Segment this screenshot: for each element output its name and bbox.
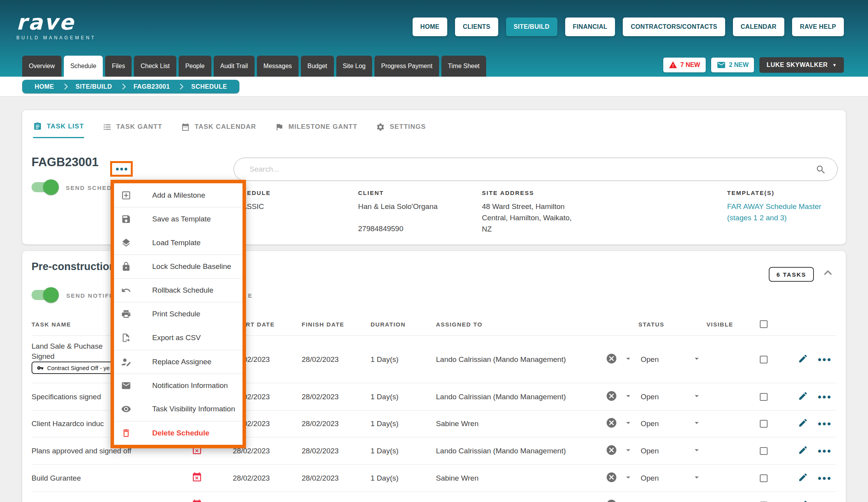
- more-horizontal-icon: [116, 168, 119, 170]
- nav-rave-help-button[interactable]: RAVE HELP: [792, 18, 844, 36]
- send-notifications-toggle[interactable]: [32, 289, 57, 301]
- status-dropdown-button[interactable]: [692, 354, 701, 365]
- nav-home-button[interactable]: HOME: [413, 18, 447, 36]
- visible-checkbox[interactable]: [760, 393, 768, 401]
- tab-task-gantt[interactable]: TASK GANTT: [103, 122, 162, 138]
- tab-milestone-gantt[interactable]: MILESTONE GANTT: [275, 122, 357, 138]
- alerts-badge[interactable]: 7 NEW: [663, 58, 706, 72]
- nav-site-build-button[interactable]: SITE/BUILD: [506, 18, 557, 36]
- clear-assignee-button[interactable]: [606, 444, 617, 458]
- edit-task-button[interactable]: [798, 472, 808, 484]
- select-all-checkbox[interactable]: [760, 320, 768, 328]
- status-dropdown-button[interactable]: [692, 391, 701, 402]
- messages-badge[interactable]: 2 NEW: [711, 58, 754, 72]
- collapse-section-button[interactable]: [820, 265, 836, 282]
- menu-item-replace-assignee[interactable]: Replace Assignee: [114, 350, 242, 374]
- menu-item-notification-information[interactable]: Notification Information: [114, 374, 242, 397]
- visible-checkbox[interactable]: [760, 447, 768, 455]
- clear-assignee-button[interactable]: [606, 353, 617, 366]
- status-value[interactable]: Open: [641, 447, 659, 455]
- visible-checkbox[interactable]: [760, 474, 768, 482]
- status-value[interactable]: Open: [641, 355, 659, 364]
- breadcrumb-project[interactable]: FAGB23001: [125, 83, 178, 90]
- edit-task-button[interactable]: [798, 445, 808, 457]
- tab-site-log[interactable]: Site Log: [336, 56, 373, 77]
- menu-item-lock-schedule-baseline[interactable]: Lock Schedule Baseline: [114, 255, 242, 278]
- chevron-up-icon: [820, 265, 836, 281]
- status-dropdown-button[interactable]: [692, 418, 701, 430]
- edit-task-button[interactable]: [798, 353, 808, 365]
- tab-messages[interactable]: Messages: [257, 56, 299, 77]
- visible-checkbox[interactable]: [760, 356, 768, 363]
- status-value[interactable]: Open: [641, 420, 659, 428]
- printer-icon: [121, 309, 131, 319]
- tab-files[interactable]: Files: [105, 56, 132, 77]
- nav-financial-button[interactable]: FINANCIAL: [565, 18, 615, 36]
- assignee-dropdown-button[interactable]: [624, 354, 633, 365]
- menu-item-load-template[interactable]: Load Template: [114, 231, 242, 255]
- tab-overview[interactable]: Overview: [22, 56, 61, 77]
- search-input[interactable]: [250, 158, 806, 181]
- status-value[interactable]: Open: [641, 393, 659, 401]
- send-schedule-toggle[interactable]: [32, 181, 57, 193]
- user-menu-button[interactable]: LUKE SKYWALKER ▼: [759, 57, 844, 73]
- task-more-button[interactable]: •••: [818, 499, 832, 502]
- nav-clients-button[interactable]: CLIENTS: [455, 18, 498, 36]
- tasks-count-badge[interactable]: 6 TASKS: [769, 267, 814, 282]
- tab-people[interactable]: People: [179, 56, 211, 77]
- task-more-button[interactable]: •••: [818, 418, 832, 430]
- menu-item-task-visibility-information[interactable]: Task Visibility Information: [114, 397, 242, 421]
- assignee-dropdown-button[interactable]: [624, 445, 633, 456]
- menu-item-delete-schedule[interactable]: Delete Schedule: [114, 421, 242, 445]
- schedule-more-button[interactable]: [110, 161, 133, 177]
- nav-calendar-button[interactable]: CALENDAR: [733, 18, 784, 36]
- tab-schedule[interactable]: Schedule: [64, 56, 103, 77]
- tab-check-list[interactable]: Check List: [134, 56, 176, 77]
- task-more-button[interactable]: •••: [818, 391, 832, 403]
- assignee-dropdown-button[interactable]: [624, 391, 633, 402]
- tab-settings[interactable]: SETTINGS: [376, 122, 426, 138]
- menu-item-export-as-csv[interactable]: Export as CSV: [114, 326, 242, 350]
- nav-contractors-contacts-button[interactable]: CONTRACTORS/CONTACTS: [623, 18, 725, 36]
- edit-task-button[interactable]: [798, 499, 808, 502]
- assignee-dropdown-button[interactable]: [624, 472, 633, 484]
- status-dropdown-button[interactable]: [692, 445, 701, 456]
- export-icon: [121, 333, 131, 343]
- assignee-dropdown-button[interactable]: [624, 418, 633, 430]
- col-visible: VISIBLE: [706, 321, 733, 327]
- tab-task-calendar[interactable]: TASK CALENDAR: [181, 122, 256, 138]
- status-dropdown-button[interactable]: [692, 500, 701, 502]
- edit-task-button[interactable]: [798, 391, 808, 403]
- visible-checkbox[interactable]: [760, 420, 768, 428]
- tab-audit-trail[interactable]: Audit Trail: [214, 56, 255, 77]
- breadcrumb-schedule[interactable]: SCHEDULE: [183, 83, 235, 90]
- clear-assignee-button[interactable]: [606, 498, 617, 502]
- status-value[interactable]: Open: [641, 474, 659, 483]
- clear-assignee-button[interactable]: [606, 390, 617, 404]
- menu-item-add-milestone[interactable]: Add a Milestone: [114, 183, 242, 207]
- clear-assignee-button[interactable]: [606, 471, 617, 485]
- tab-budget[interactable]: Budget: [301, 56, 334, 77]
- messages-count: 2 NEW: [729, 61, 749, 68]
- menu-item-label: Export as CSV: [152, 333, 201, 342]
- menu-item-label: Replace Assignee: [152, 358, 211, 366]
- template-link[interactable]: FAR AWAY Schedule Master (stages 1 2 and…: [727, 201, 838, 223]
- clear-assignee-button[interactable]: [606, 417, 617, 431]
- tab-task-list[interactable]: TASK LIST: [33, 122, 84, 138]
- status-dropdown-button[interactable]: [692, 472, 701, 484]
- menu-item-save-as-template[interactable]: Save as Template: [114, 207, 242, 231]
- tab-time-sheet[interactable]: Time Sheet: [441, 56, 486, 77]
- menu-item-print-schedule[interactable]: Print Schedule: [114, 302, 242, 326]
- assignee-dropdown-button[interactable]: [624, 500, 633, 502]
- breadcrumb-home[interactable]: HOME: [26, 83, 63, 90]
- menu-item-rollback-schedule[interactable]: Rollback Schedule: [114, 278, 242, 302]
- task-more-button[interactable]: •••: [818, 445, 832, 457]
- task-more-button[interactable]: •••: [818, 353, 832, 365]
- task-more-button[interactable]: •••: [818, 472, 832, 484]
- search-icon[interactable]: [815, 164, 826, 175]
- breadcrumb-site-build[interactable]: SITE/BUILD: [67, 83, 121, 90]
- edit-task-button[interactable]: [798, 418, 808, 430]
- tab-progress-payment[interactable]: Progress Payment: [374, 56, 439, 77]
- undo-icon: [121, 285, 131, 295]
- x-circle-icon: [606, 498, 617, 502]
